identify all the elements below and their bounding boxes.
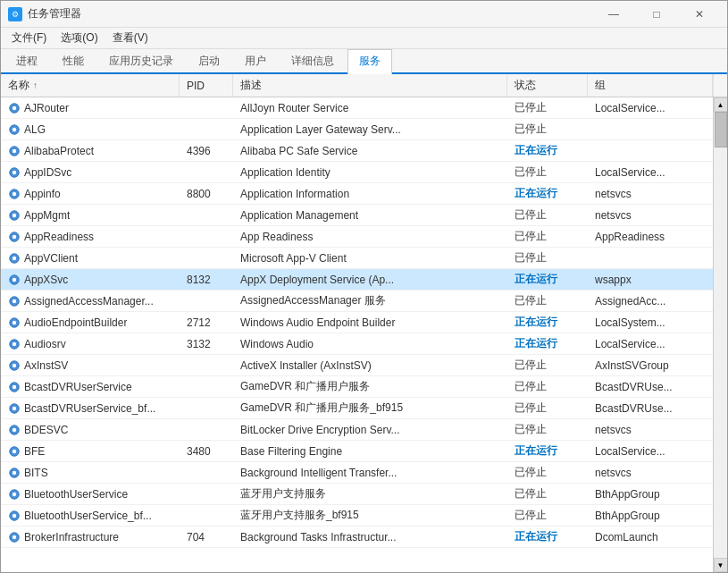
table-row[interactable]: BluetoothUserService蓝牙用户支持服务已停止BthAppGro… [1, 484, 713, 505]
table-row[interactable]: AppVClientMicrosoft App-V Client已停止 [1, 248, 713, 269]
menu-file[interactable]: 文件(F) [4, 29, 54, 47]
cell-service-name: BFE [1, 441, 180, 461]
minimize-button[interactable]: — [593, 1, 634, 28]
cell-service-name: AlibabaProtect [1, 140, 180, 161]
menu-options[interactable]: 选项(O) [54, 29, 105, 47]
table-row[interactable]: BrokerInfrastructure704Background Tasks … [1, 527, 713, 548]
tab-app-history[interactable]: 应用历史记录 [97, 49, 185, 72]
col-header-name[interactable]: 名称 ↑ [1, 74, 180, 97]
table-row[interactable]: AppIDSvcApplication Identity已停止LocalServ… [1, 162, 713, 183]
svg-point-11 [13, 213, 16, 216]
cell-pid [180, 97, 233, 118]
table-row[interactable]: AppReadinessApp Readiness已停止AppReadiness [1, 226, 713, 248]
cell-desc: Windows Audio Endpoint Builder [233, 312, 507, 333]
svg-point-31 [13, 427, 16, 431]
scroll-down-button[interactable]: ▼ [714, 558, 728, 572]
table-row[interactable]: Appinfo8800Application Information正在运行ne… [1, 183, 713, 205]
table-row[interactable]: ALGApplication Layer Gateway Serv...已停止 [1, 119, 713, 140]
cell-pid: 3132 [180, 333, 233, 354]
service-name-text: AudioEndpointBuilder [24, 316, 127, 329]
service-name-text: AssignedAccessManager... [24, 295, 154, 308]
service-name-text: BcastDVRUserService_bf... [24, 402, 155, 415]
cell-desc: ActiveX Installer (AxInstSV) [233, 355, 507, 375]
table-row[interactable]: BcastDVRUserServiceGameDVR 和广播用户服务已停止Bca… [1, 376, 713, 398]
service-icon [8, 123, 21, 136]
service-name-text: BluetoothUserService_bf... [24, 510, 152, 522]
tab-services[interactable]: 服务 [347, 49, 392, 74]
cell-group: BcastDVRUse... [588, 376, 713, 397]
cell-pid: 704 [180, 527, 233, 547]
cell-service-name: BcastDVRUserService [1, 376, 180, 397]
service-icon [8, 102, 21, 114]
cell-group: AssignedAcc... [588, 291, 713, 311]
svg-point-35 [13, 470, 16, 474]
table-row[interactable]: BcastDVRUserService_bf...GameDVR 和广播用户服务… [1, 398, 713, 419]
tab-processes[interactable]: 进程 [4, 49, 49, 72]
table-row[interactable]: AlibabaProtect4396Alibaba PC Safe Servic… [1, 140, 713, 162]
cell-pid [180, 248, 233, 268]
service-name-text: AppMgmt [24, 209, 70, 222]
cell-status: 已停止 [507, 97, 588, 118]
table-row[interactable]: AJRouterAllJoyn Router Service已停止LocalSe… [1, 97, 713, 119]
scroll-track[interactable] [714, 112, 728, 558]
cell-pid [180, 376, 233, 397]
cell-desc: Application Information [233, 183, 507, 204]
cell-desc: Background Intelligent Transfer... [233, 462, 507, 483]
service-icon [8, 316, 21, 329]
scrollbar[interactable]: ▲ ▼ [713, 97, 727, 572]
table-row[interactable]: BFE3480Base Filtering Engine正在运行LocalSer… [1, 441, 713, 462]
service-name-text: BFE [24, 445, 45, 458]
service-icon [8, 188, 21, 200]
service-name-text: AppXSvc [24, 274, 68, 286]
svg-point-21 [13, 320, 16, 324]
table-header: 名称 ↑ PID 描述 状态 组 [1, 74, 727, 97]
cell-desc: 蓝牙用户支持服务 [233, 484, 507, 504]
table-row[interactable]: BluetoothUserService_bf...蓝牙用户支持服务_bf915… [1, 505, 713, 527]
cell-pid: 8132 [180, 269, 233, 290]
maximize-button[interactable]: □ [636, 1, 677, 28]
svg-point-7 [13, 170, 16, 173]
scroll-up-button[interactable]: ▲ [714, 97, 728, 112]
svg-point-25 [13, 363, 16, 367]
tab-performance[interactable]: 性能 [51, 49, 96, 72]
cell-status: 已停止 [507, 505, 588, 526]
service-icon [8, 467, 21, 479]
cell-pid: 2712 [180, 312, 233, 333]
table-row[interactable]: AppXSvc8132AppX Deployment Service (Ap..… [1, 269, 713, 291]
tab-startup[interactable]: 启动 [187, 49, 231, 72]
menu-bar: 文件(F) 选项(O) 查看(V) [1, 28, 727, 49]
cell-service-name: BluetoothUserService [1, 484, 180, 504]
col-header-desc[interactable]: 描述 [233, 74, 507, 97]
table-row[interactable]: Audiosrv3132Windows Audio正在运行LocalServic… [1, 333, 713, 355]
cell-pid [180, 355, 233, 375]
table-row[interactable]: BDESVCBitLocker Drive Encryption Serv...… [1, 419, 713, 441]
menu-view[interactable]: 查看(V) [105, 29, 155, 47]
table-row[interactable]: AppMgmtApplication Management已停止netsvcs [1, 205, 713, 226]
svg-point-37 [13, 492, 16, 495]
table-row[interactable]: AssignedAccessManager...AssignedAccessMa… [1, 291, 713, 312]
cell-desc: AssignedAccessManager 服务 [233, 291, 507, 311]
table-row[interactable]: AudioEndpointBuilder2712Windows Audio En… [1, 312, 713, 333]
cell-pid [180, 419, 233, 440]
col-header-group[interactable]: 组 [588, 74, 713, 97]
cell-desc: App Readiness [233, 226, 507, 247]
cell-group: netsvcs [588, 183, 713, 204]
cell-group: BcastDVRUse... [588, 398, 713, 418]
col-header-status[interactable]: 状态 [507, 74, 588, 97]
tab-users[interactable]: 用户 [233, 49, 278, 72]
cell-service-name: AxInstSV [1, 355, 180, 375]
cell-pid: 8800 [180, 183, 233, 204]
service-name-text: BrokerInfrastructure [24, 531, 119, 544]
col-header-pid[interactable]: PID [180, 74, 233, 97]
cell-desc: Microsoft App-V Client [233, 248, 507, 268]
cell-pid [180, 226, 233, 247]
tab-details[interactable]: 详细信息 [280, 49, 346, 72]
scroll-thumb[interactable] [715, 112, 727, 147]
cell-desc: GameDVR 和广播用户服务_bf915 [233, 398, 507, 418]
table-row[interactable]: BITSBackground Intelligent Transfer...已停… [1, 462, 713, 484]
close-button[interactable]: ✕ [679, 1, 720, 28]
table-row[interactable]: AxInstSVActiveX Installer (AxInstSV)已停止A… [1, 355, 713, 376]
cell-pid [180, 162, 233, 182]
cell-group: DcomLaunch [588, 527, 713, 547]
cell-pid [180, 205, 233, 225]
